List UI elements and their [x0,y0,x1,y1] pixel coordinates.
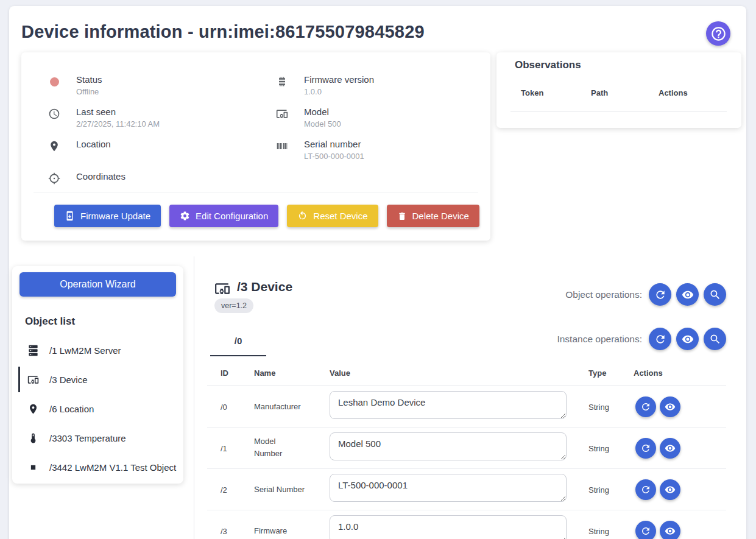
model-field: Model Model 500 [275,107,374,131]
resource-type: String [588,485,609,494]
sidebar-item-label: /3442 LwM2M V1.1 Test Object [49,462,176,473]
sidebar-item-device[interactable]: /3 Device [12,365,183,394]
observations-title: Observations [515,59,581,71]
thermometer-icon [27,432,39,444]
tab-underline [210,355,266,356]
resource-observe-button[interactable] [660,438,680,459]
magnifier-icon [709,333,721,345]
edit-configuration-button[interactable]: Edit Configuration [169,205,278,227]
instance-operations: Instance operations: [557,328,726,350]
instance-read-button[interactable] [649,328,671,350]
button-label: Reset Device [313,211,367,221]
resource-name: Model Number [254,435,284,461]
refresh-icon [640,526,651,537]
object-discover-button[interactable] [704,283,726,306]
phone-download-icon [65,211,75,221]
refresh-icon [654,333,666,345]
col-header-name: Name [254,368,275,378]
resource-value-input[interactable]: LT-500-000-0001 [330,474,567,502]
sidebar-item-location[interactable]: /6 Location [12,394,183,423]
resource-id: /1 [221,443,227,453]
refresh-icon [640,484,651,495]
col-header-actions: Actions [634,368,663,378]
field-value: LT-500-000-0001 [304,152,364,161]
field-label: Location [76,139,111,149]
device-icon [214,281,230,297]
eye-icon [665,443,676,454]
resource-read-button[interactable] [635,396,656,417]
location-field: Location [47,139,275,163]
barcode-icon [275,139,289,163]
resource-type: String [588,402,609,411]
instance-operations-label: Instance operations: [557,334,642,345]
resource-observe-button[interactable] [660,521,680,539]
reset-device-button[interactable]: Reset Device [287,205,378,227]
field-value: 2/27/2025, 11:42:10 AM [76,119,160,129]
firmware-update-button[interactable]: Firmware Update [54,205,161,227]
eye-icon [665,401,676,412]
resource-type: String [588,443,609,453]
divider [510,111,727,112]
table-row: /2 Serial Number LT-500-000-0001 String [207,469,726,510]
field-label: Serial number [304,139,364,149]
eye-icon [682,333,694,345]
sidebar-item-lwm2m-server[interactable]: /1 LwM2M Server [12,336,183,365]
operation-wizard-button[interactable]: Operation Wizard [19,272,176,297]
resource-id: /2 [221,485,227,494]
observations-col-path: Path [591,88,608,97]
status-dot-icon [47,74,62,99]
resource-value-input[interactable]: Leshan Demo Device [330,391,567,419]
col-header-id: ID [221,368,228,378]
help-circle-icon [710,26,727,42]
delete-device-button[interactable]: Delete Device [387,205,479,227]
button-label: Delete Device [412,211,469,221]
object-title: /3 Device [237,280,292,294]
resource-read-button[interactable] [635,479,656,500]
field-label: Last seen [76,107,160,117]
button-label: Firmware Update [80,211,150,221]
resource-name: Manufacturer [254,400,321,413]
eye-icon [665,526,676,537]
resource-name: Firmware [254,524,321,537]
status-field: Status Offline [47,74,275,99]
resource-observe-button[interactable] [660,479,680,500]
square-icon [27,464,39,471]
resource-name: Serial Number [254,483,321,496]
divider [194,256,194,539]
col-header-type: Type [588,368,606,378]
help-button[interactable] [706,21,730,46]
sidebar-item-label: /6 Location [49,404,94,414]
field-value: Model 500 [304,119,341,129]
field-label: Firmware version [304,74,374,85]
resource-read-button[interactable] [635,521,656,539]
instance-discover-button[interactable] [704,328,726,350]
field-label: Status [76,74,102,85]
resource-value-input[interactable]: 1.0.0 [330,515,567,539]
resource-value-input[interactable]: Model 500 [330,432,567,460]
observations-panel: Observations Token Path Actions [496,52,741,128]
resource-id: /3 [221,526,227,535]
refresh-icon [654,289,666,301]
instance-observe-button[interactable] [676,328,699,350]
clock-icon [47,107,62,131]
magnifier-icon [709,289,721,301]
device-icon [275,107,289,131]
last-seen-field: Last seen 2/27/2025, 11:42:10 AM [47,107,275,131]
divider [207,385,726,386]
tab-instance-0[interactable]: /0 [210,336,266,346]
sidebar-item-test-object[interactable]: /3442 LwM2M V1.1 Test Object [12,453,183,482]
object-observe-button[interactable] [676,283,699,306]
resource-read-button[interactable] [635,438,656,459]
page-title: Device information - urn:imei:8617550798… [21,22,425,42]
sidebar-item-temperature[interactable]: /3303 Temperature [12,423,183,453]
device-icon [27,374,39,386]
firmware-version-field: Firmware version 1.0.0 [275,74,374,99]
resource-observe-button[interactable] [660,396,680,417]
serial-number-field: Serial number LT-500-000-0001 [275,139,374,163]
object-read-button[interactable] [649,283,671,306]
chip-icon [275,74,289,99]
object-list-title: Object list [25,315,75,328]
sidebar: Operation Wizard Object list /1 LwM2M Se… [12,266,183,484]
object-operations-label: Object operations: [565,289,642,300]
eye-icon [682,289,694,301]
